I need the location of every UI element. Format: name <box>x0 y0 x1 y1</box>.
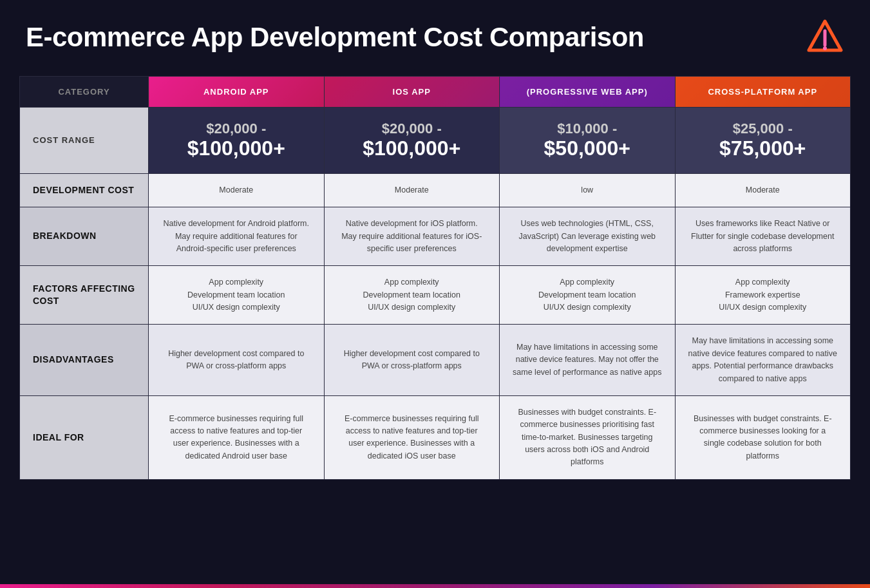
dev-cost-android: Moderate <box>149 173 325 207</box>
page-title: E-commerce App Development Cost Comparis… <box>26 22 644 53</box>
dev-cost-label: DEVELOPMENT COST <box>20 173 149 207</box>
breakdown-cross: Uses frameworks like React Native or Flu… <box>675 207 851 266</box>
page-container: E-commerce App Development Cost Comparis… <box>0 0 870 588</box>
factors-ios: App complexityDevelopment team locationU… <box>324 266 500 325</box>
ideal-android: E-commerce businesses requiring full acc… <box>149 395 325 479</box>
cost-cross-small: $25,000 - <box>688 120 838 137</box>
disadvantages-row: DISADVANTAGES Higher development cost co… <box>20 325 851 396</box>
breakdown-label: BREAKDOWN <box>20 207 149 266</box>
header: E-commerce App Development Cost Comparis… <box>0 0 870 70</box>
cost-cross: $25,000 - $75,000+ <box>675 108 851 174</box>
col-header-pwa: (PROGRESSIVE WEB APP) <box>500 77 676 108</box>
col-header-category: CATEGORY <box>20 77 149 108</box>
ideal-cross: Businesses with budget constraints. E-co… <box>675 395 851 479</box>
breakdown-ios: Native development for iOS platform. May… <box>324 207 500 266</box>
col-header-ios: IOS APP <box>324 77 500 108</box>
breakdown-row: BREAKDOWN Native development for Android… <box>20 207 851 266</box>
ideal-label: IDEAL FOR <box>20 395 149 479</box>
factors-pwa: App complexityDevelopment team locationU… <box>500 266 676 325</box>
cost-pwa-small: $10,000 - <box>513 120 662 137</box>
ideal-pwa: Businesses with budget constraints. E-co… <box>500 395 676 479</box>
factors-row: FACTORS AFFECTING COST App complexityDev… <box>20 266 851 325</box>
col-header-android: ANDROID APP <box>149 77 325 108</box>
cost-cross-large: $75,000+ <box>688 137 838 160</box>
disadvantages-label: DISADVANTAGES <box>20 325 149 396</box>
factors-cross: App complexityFramework expertiseUI/UX d… <box>675 266 851 325</box>
factors-label: FACTORS AFFECTING COST <box>20 266 149 325</box>
cost-android: $20,000 - $100,000+ <box>149 108 325 174</box>
breakdown-pwa: Uses web technologies (HTML, CSS, JavaSc… <box>500 207 676 266</box>
breakdown-android: Native development for Android platform.… <box>149 207 325 266</box>
cost-range-label: COST RANGE <box>20 108 149 174</box>
cost-android-small: $20,000 - <box>162 120 311 137</box>
dev-cost-pwa: low <box>500 173 676 207</box>
col-header-cross: CROSS-PLATFORM APP <box>675 77 851 108</box>
factors-android: App complexityDevelopment team locationU… <box>149 266 325 325</box>
comparison-table: CATEGORY ANDROID APP IOS APP (PROGRESSIV… <box>19 76 851 480</box>
cost-range-row: COST RANGE $20,000 - $100,000+ $20,000 -… <box>20 108 851 174</box>
cost-ios-large: $100,000+ <box>337 137 487 160</box>
ideal-row: IDEAL FOR E-commerce businesses requirin… <box>20 395 851 479</box>
bottom-accent-bar <box>0 584 870 588</box>
dev-cost-row: DEVELOPMENT COST Moderate Moderate low M… <box>20 173 851 207</box>
table-wrapper: CATEGORY ANDROID APP IOS APP (PROGRESSIV… <box>0 70 870 584</box>
cost-pwa-large: $50,000+ <box>513 137 662 160</box>
disadvantages-android: Higher development cost compared to PWA … <box>149 325 325 396</box>
cost-ios: $20,000 - $100,000+ <box>324 108 500 174</box>
logo-icon <box>806 18 844 57</box>
disadvantages-cross: May have limitations in accessing some n… <box>675 325 851 396</box>
disadvantages-ios: Higher development cost compared to PWA … <box>324 325 500 396</box>
disadvantages-pwa: May have limitations in accessing some n… <box>500 325 676 396</box>
cost-ios-small: $20,000 - <box>337 120 487 137</box>
ideal-ios: E-commerce businesses requiring full acc… <box>324 395 500 479</box>
cost-android-large: $100,000+ <box>162 137 311 160</box>
dev-cost-ios: Moderate <box>324 173 500 207</box>
svg-point-2 <box>823 46 827 50</box>
cost-pwa: $10,000 - $50,000+ <box>500 108 676 174</box>
table-header-row: CATEGORY ANDROID APP IOS APP (PROGRESSIV… <box>20 77 851 108</box>
dev-cost-cross: Moderate <box>675 173 851 207</box>
